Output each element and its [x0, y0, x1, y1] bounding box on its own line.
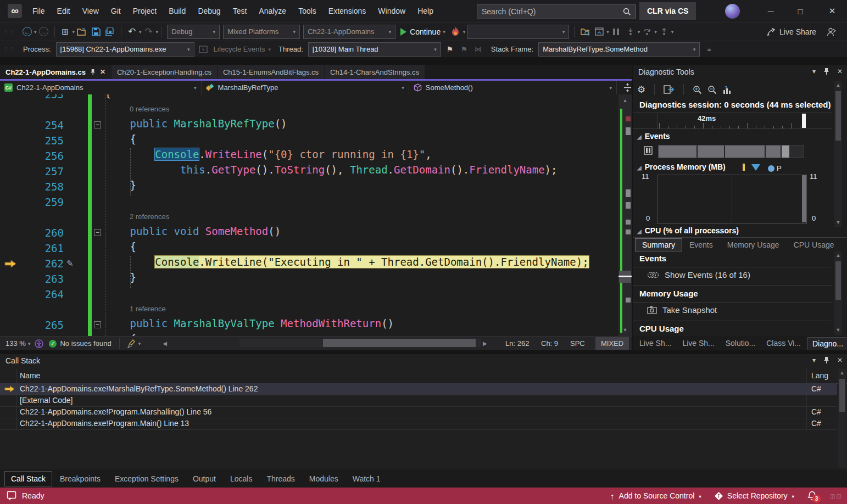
editor-tab[interactable]: Ch22-1-AppDomains.cs✕: [0, 65, 112, 79]
codelens-row[interactable]: 2 references: [0, 210, 618, 225]
toolbar-overflow-icon[interactable]: ≣: [707, 47, 711, 52]
scroll-down-icon[interactable]: ▼: [618, 327, 632, 333]
timeline-ruler[interactable]: 42ms: [633, 113, 832, 129]
tool-tab-threads[interactable]: Threads: [260, 471, 301, 486]
code-line[interactable]: 260− public void SomeMethod(): [0, 225, 618, 240]
memory-section-header[interactable]: ◢Process Memory (MB): [637, 163, 726, 171]
code-cleanup-broom-icon[interactable]: [127, 339, 136, 348]
select-repository-button[interactable]: Select Repository ▴: [715, 491, 794, 500]
show-threads-flag-icon[interactable]: ⚑: [443, 42, 457, 57]
scroll-down-icon[interactable]: ▼: [834, 327, 842, 333]
solution-name-button[interactable]: CLR via CS: [639, 2, 696, 20]
show-events-link[interactable]: Show Events (16 of 16): [633, 270, 832, 279]
diagnostics-tab-summary[interactable]: Summary: [635, 238, 682, 251]
toggle-flagged-threads-icon[interactable]: ⚑: [457, 42, 471, 57]
call-stack-scrollbar[interactable]: ▲: [838, 369, 846, 468]
spaces-indicator[interactable]: SPC: [570, 339, 585, 348]
codelens-references[interactable]: 0 references: [130, 102, 169, 116]
close-button[interactable]: ✕: [820, 0, 845, 22]
menu-project[interactable]: Project: [127, 0, 163, 22]
find-in-files-button[interactable]: [578, 25, 592, 39]
codelens-references[interactable]: 2 references: [130, 210, 169, 224]
hscroll-left-icon[interactable]: ◀: [163, 340, 167, 346]
avatar[interactable]: [725, 4, 740, 19]
code-line[interactable]: 255 {: [0, 133, 618, 148]
code-line[interactable]: 254− public MarshalByRefType(): [0, 117, 618, 133]
panel-tab[interactable]: Class Vi...: [762, 337, 805, 349]
code-line[interactable]: 256 Console.WriteLine("{0} ctor running …: [0, 148, 618, 164]
tool-tab-exception-settings[interactable]: Exception Settings: [108, 471, 185, 486]
menu-test[interactable]: Test: [227, 0, 253, 22]
solution-explorer-button[interactable]: [592, 25, 606, 39]
menu-analyze[interactable]: Analyze: [253, 0, 292, 22]
memory-chart[interactable]: [657, 175, 807, 224]
tool-tab-breakpoints[interactable]: Breakpoints: [53, 471, 107, 486]
menu-help[interactable]: Help: [411, 0, 439, 22]
hot-reload-button[interactable]: [449, 25, 463, 39]
events-timeline-bar[interactable]: [658, 145, 804, 158]
pin-icon[interactable]: [823, 356, 829, 363]
column-lang[interactable]: Lang: [811, 371, 828, 380]
zoom-out-icon[interactable]: [707, 85, 717, 94]
open-file-button[interactable]: [75, 25, 89, 39]
column-name[interactable]: Name: [20, 371, 40, 380]
panel-tab[interactable]: Diagno...: [807, 337, 847, 350]
take-snapshot-link[interactable]: Take Snapshot: [633, 305, 832, 315]
navigate-back-button[interactable]: ←: [20, 25, 34, 39]
menu-build[interactable]: Build: [163, 0, 192, 22]
tool-tab-watch-1[interactable]: Watch 1: [346, 471, 387, 486]
startup-project-dropdown[interactable]: Ch22-1-AppDomains ▾: [303, 25, 395, 39]
scroll-up-icon[interactable]: ▲: [838, 370, 846, 376]
panel-tab[interactable]: Live Sh...: [635, 337, 676, 349]
code-editor[interactable]: 253 {0 references254− public MarshalByRe…: [0, 94, 632, 336]
search-input[interactable]: Search (Ctrl+Q): [477, 4, 636, 19]
tab-pin-icon[interactable]: [90, 69, 96, 75]
menu-tools[interactable]: Tools: [292, 0, 322, 22]
tab-close-icon[interactable]: ✕: [100, 68, 105, 76]
suspend-threads-icon[interactable]: ⋈: [471, 42, 486, 57]
tool-tab-call-stack[interactable]: Call Stack: [4, 471, 52, 486]
pin-icon[interactable]: [823, 68, 829, 75]
scroll-down-icon[interactable]: ▼: [834, 220, 842, 225]
menu-view[interactable]: View: [76, 0, 105, 22]
code-line[interactable]: 263 }: [0, 271, 618, 287]
scroll-up-icon[interactable]: ▲: [618, 98, 632, 103]
split-editor-icon[interactable]: [623, 81, 632, 94]
events-section-header[interactable]: ◢Events: [637, 132, 670, 141]
hot-reload-dropdown[interactable]: ▾: [463, 29, 466, 35]
menu-debug[interactable]: Debug: [192, 0, 226, 22]
code-line[interactable]: 259: [0, 194, 618, 210]
summary-scrollbar[interactable]: ▲ ▼: [834, 251, 842, 335]
send-feedback-button[interactable]: [824, 25, 838, 39]
maximize-button[interactable]: □: [788, 0, 813, 22]
process-dropdown[interactable]: [15968] Ch22-1-AppDomains.exe ▾: [56, 42, 194, 57]
code-line[interactable]: 258 }: [0, 179, 618, 194]
step-into-button[interactable]: [623, 25, 638, 39]
reset-view-chart-icon[interactable]: ?: [722, 85, 732, 94]
step-over-button[interactable]: [640, 25, 654, 39]
solution-platform-dropdown[interactable]: Mixed Platforms ▾: [223, 25, 300, 39]
codelens-row[interactable]: 0 references: [0, 102, 618, 117]
add-to-source-control-button[interactable]: ↑ Add to Source Control ▴: [610, 491, 701, 501]
code-line[interactable]: 262✎ Console.WriteLine("Executing in " +…: [0, 256, 618, 271]
diagnostics-tab-cpu-usage[interactable]: CPU Usage: [787, 238, 842, 251]
stack-frame-dropdown[interactable]: MarshalByRefType.SomeMethod ▾: [538, 42, 700, 57]
menu-git[interactable]: Git: [105, 0, 127, 22]
minimize-button[interactable]: ─: [758, 0, 783, 22]
menu-edit[interactable]: Edit: [51, 0, 76, 22]
new-project-button[interactable]: ⊞: [58, 25, 73, 39]
export-icon[interactable]: [664, 85, 675, 94]
editor-vertical-scrollbar[interactable]: ▲ ▼: [618, 94, 632, 336]
diagnostics-scrollbar[interactable]: ▲ ▼: [834, 81, 842, 227]
thread-dropdown[interactable]: [10328] Main Thread ▾: [308, 42, 441, 57]
editor-tab[interactable]: Ch15-1-EnumsAndBitFlags.cs: [218, 65, 325, 79]
menu-window[interactable]: Window: [372, 0, 411, 22]
editor-tab[interactable]: Ch20-1-ExceptionHandling.cs: [112, 65, 218, 79]
panel-tab[interactable]: Live Sh...: [678, 337, 718, 349]
menu-file[interactable]: File: [26, 0, 51, 22]
code-line[interactable]: 257 this.GetType().ToString(), Thread.Ge…: [0, 164, 618, 179]
code-line[interactable]: 265− public MarshalByValType MethodWithR…: [0, 317, 618, 333]
diagnostics-settings-gear-icon[interactable]: ⚙: [637, 84, 645, 96]
zoom-in-icon[interactable]: [693, 85, 702, 94]
panel-close-icon[interactable]: ✕: [837, 356, 843, 364]
